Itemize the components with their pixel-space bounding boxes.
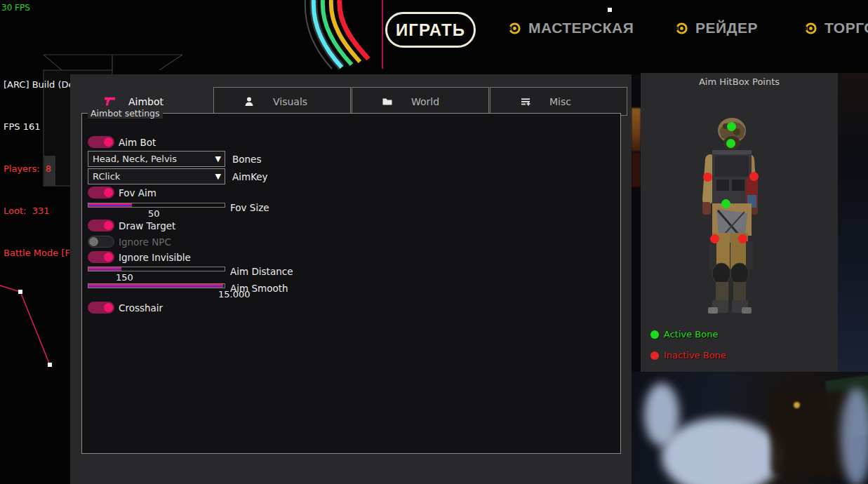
- hitbox-dot-right-shoulder: [749, 172, 759, 181]
- draw-target-toggle[interactable]: [88, 220, 114, 231]
- tab-misc[interactable]: Misc: [490, 87, 627, 116]
- gold-circle-icon: [804, 22, 817, 35]
- bones-label: Bones: [232, 154, 261, 165]
- scene-gap: [632, 74, 641, 372]
- aim-distance-slider[interactable]: [88, 267, 225, 271]
- chevron-down-icon: ▼: [215, 169, 221, 184]
- fov-size-slider-fill: [88, 203, 132, 207]
- menu-item-raider[interactable]: РЕЙДЕР: [675, 20, 758, 36]
- bones-dropdown[interactable]: Head, Neck, Pelvis ▼: [88, 151, 225, 167]
- menu-item-merchant[interactable]: ТОРГО: [804, 20, 868, 36]
- menu-item-label: РЕЙДЕР: [695, 20, 758, 36]
- tab-world[interactable]: World: [352, 87, 489, 116]
- fov-size-label: Fov Size: [230, 202, 269, 213]
- scene-bottom-right: [630, 370, 868, 484]
- aimbot-settings-group: Aimbot settings Aim Bot Head, Neck, Pelv…: [81, 113, 621, 454]
- bones-dropdown-value: Head, Neck, Pelvis: [93, 154, 177, 164]
- menu-item-workshop[interactable]: МАСТЕРСКАЯ: [508, 20, 634, 36]
- aim-smooth-slider-fill: [88, 284, 223, 288]
- aim-hitbox-panel: Aim HitBox Points: [641, 73, 838, 372]
- ignore-npc-toggle[interactable]: [88, 236, 114, 248]
- aim-distance-label: Aim Distance: [230, 266, 293, 277]
- person-icon: [243, 96, 255, 107]
- aim-smooth-label: Aim Smooth: [230, 283, 288, 294]
- tab-label: Visuals: [273, 96, 307, 107]
- hitbox-dot-left-thigh: [710, 234, 719, 243]
- hitbox-dot-neck: [726, 139, 735, 148]
- draw-target-label: Draw Target: [119, 220, 175, 231]
- scene-right-strip: [838, 73, 868, 372]
- red-dot-icon: [650, 351, 659, 360]
- chevron-down-icon: ▼: [215, 152, 221, 166]
- aim-smooth-slider[interactable]: [88, 283, 225, 288]
- legend-label: Active Bone: [664, 329, 718, 340]
- aimkey-label: AimKey: [232, 171, 268, 182]
- gold-circle-icon: [675, 22, 688, 35]
- tab-label: World: [411, 96, 439, 107]
- aim-bot-label: Aim Bot: [119, 137, 156, 148]
- playlist-add-icon: [520, 96, 531, 107]
- legend-inactive-bone: Inactive Bone: [650, 350, 726, 361]
- group-title: Aimbot settings: [88, 108, 163, 119]
- fov-size-value: 50: [148, 208, 160, 219]
- hitbox-dot-left-shoulder: [703, 173, 712, 182]
- hitbox-panel-title: Aim HitBox Points: [641, 76, 838, 87]
- menu-item-label: МАСТЕРСКАЯ: [528, 20, 634, 36]
- aimkey-dropdown[interactable]: RClick ▼: [88, 168, 225, 184]
- hitbox-dot-pelvis: [721, 199, 730, 208]
- green-dot-icon: [650, 330, 659, 339]
- fov-size-slider[interactable]: [88, 203, 225, 208]
- hitbox-dot-right-thigh: [738, 234, 747, 243]
- pistol-icon: [104, 95, 116, 107]
- gold-circle-icon: [508, 22, 521, 35]
- tab-label: Aimbot: [128, 96, 163, 107]
- tab-label: Misc: [549, 96, 571, 107]
- folder-icon: [382, 96, 393, 107]
- fov-aim-label: Fov Aim: [119, 187, 156, 199]
- ignore-invisible-toggle[interactable]: [88, 251, 114, 263]
- crosshair-toggle[interactable]: [88, 302, 114, 314]
- game-top-menu: ИГРАТЬ МАСТЕРСКАЯ РЕЙДЕР ТОРГО: [0, 0, 868, 74]
- hitbox-dot-head: [727, 122, 736, 131]
- aim-bot-toggle[interactable]: [88, 136, 114, 148]
- menu-item-label: ТОРГО: [824, 20, 868, 36]
- cheat-menu-panel: Aimbot Visuals World Misc Aimbot setting…: [70, 74, 632, 484]
- crosshair-label: Crosshair: [119, 302, 163, 314]
- aim-distance-slider-fill: [88, 267, 121, 271]
- play-button[interactable]: ИГРАТЬ: [385, 12, 476, 48]
- tab-visuals[interactable]: Visuals: [213, 87, 351, 116]
- fov-aim-toggle[interactable]: [88, 187, 114, 199]
- legend-label: Inactive Bone: [664, 350, 726, 361]
- legend-active-bone: Active Bone: [650, 329, 718, 340]
- aimkey-dropdown-value: RClick: [93, 171, 120, 182]
- ignore-npc-label: Ignore NPC: [119, 236, 171, 248]
- ignore-invisible-label: Ignore Invisible: [119, 252, 191, 263]
- aim-distance-value: 150: [116, 272, 133, 283]
